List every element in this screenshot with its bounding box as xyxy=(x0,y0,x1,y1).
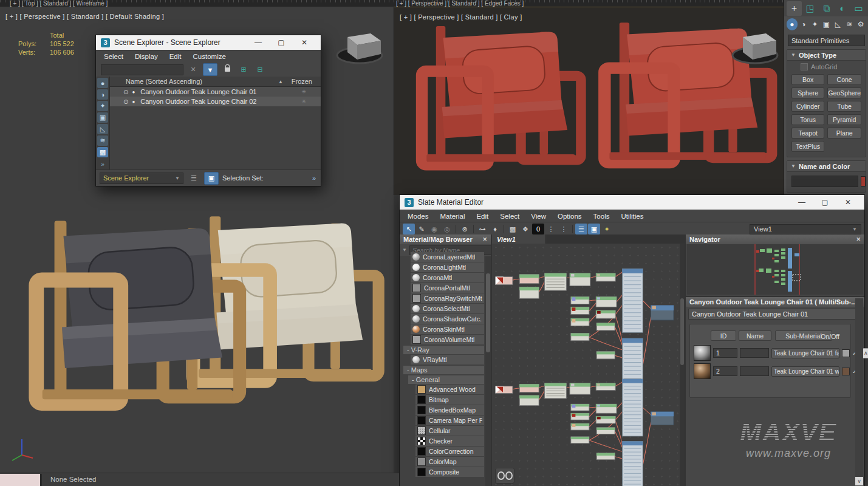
button-teapot[interactable]: Teapot xyxy=(791,128,824,139)
material-list-item[interactable]: CoronaShadowCatc.. xyxy=(411,314,484,324)
navigator-minimap[interactable] xyxy=(687,244,863,295)
menu-material[interactable]: Material xyxy=(440,213,465,220)
explorer-selector-dropdown[interactable]: Scene Explorer ▼ xyxy=(100,173,183,184)
submaterial-preview-sphere[interactable] xyxy=(694,345,711,361)
category-systems-icon[interactable]: ⚙ xyxy=(855,18,866,30)
map-list-item[interactable]: BlendedBoxMap xyxy=(415,405,484,415)
material-list-item[interactable]: CoronaLayeredMtl xyxy=(411,252,484,262)
button-tube[interactable]: Tube xyxy=(827,101,861,112)
browser-group-general[interactable]: - General xyxy=(408,375,484,384)
button-cone[interactable]: Cone xyxy=(827,74,861,85)
menu-tools[interactable]: Tools xyxy=(593,213,610,220)
filter-materials-icon[interactable]: ▩ xyxy=(97,147,108,157)
map-list-item[interactable]: Composite xyxy=(415,467,484,477)
submaterial-id[interactable]: 1 xyxy=(713,348,737,358)
show-checker-icon[interactable]: ❖ xyxy=(519,224,531,234)
category-lights-icon[interactable]: ✦ xyxy=(810,18,821,30)
node-view-scrollbar[interactable] xyxy=(680,244,685,486)
map-list-item[interactable]: Camera Map Per Pixel xyxy=(415,416,484,425)
viewport-perspective-clay[interactable]: [ + ] [ Perspective ] [ Standard ] [ Cla… xyxy=(394,7,784,195)
category-helpers-icon[interactable]: ◺ xyxy=(832,18,843,30)
map-list-item[interactable]: Bitmap xyxy=(415,395,484,405)
filter-geometry-icon[interactable]: ● xyxy=(97,78,108,88)
id-column-button[interactable]: ID xyxy=(711,330,736,341)
filter-icon[interactable]: ▼ xyxy=(203,63,217,76)
parameter-editor-toggle-icon[interactable]: ☰ xyxy=(575,224,587,234)
menu-select[interactable]: Select xyxy=(500,213,519,220)
submaterial-color-swatch[interactable] xyxy=(842,368,850,375)
button-torus[interactable]: Torus xyxy=(791,114,824,125)
close-button[interactable]: ✕ xyxy=(836,198,859,207)
parameter-panel-header[interactable]: Canyon Outdoor Teak Lounge Chair 01 ( Mu… xyxy=(686,297,864,307)
material-list-item[interactable]: CoronaVolumeMtl xyxy=(411,335,484,344)
parameter-scrollbar[interactable]: ∨ xyxy=(855,298,863,485)
menu-edit[interactable]: Edit xyxy=(476,213,488,220)
material-editor-titlebar[interactable]: 3 Slate Material Editor — ▢ ✕ xyxy=(400,195,864,210)
zero-maps-icon[interactable]: 0 xyxy=(532,224,544,234)
outgoing-wires-icon[interactable]: ⋮ xyxy=(558,224,570,234)
tab-modify[interactable]: ◳ xyxy=(803,1,818,16)
close-icon[interactable]: ✕ xyxy=(856,236,861,242)
submaterial-name-field[interactable] xyxy=(740,366,769,376)
category-shapes-icon[interactable]: ◑ xyxy=(798,18,809,30)
name-color-rollout-header[interactable]: ▼ Name and Color xyxy=(787,161,866,172)
category-cameras-icon[interactable]: ▣ xyxy=(821,18,832,30)
button-plane[interactable]: Plane xyxy=(827,128,861,139)
filter-helpers-icon[interactable]: ◺ xyxy=(97,124,108,134)
scene-explorer-titlebar[interactable]: 3 Scene Explorer - Scene Explorer — ▢ ✕ xyxy=(96,35,321,50)
render-preview-icon[interactable]: ✦ xyxy=(601,224,613,234)
browser-toggle-icon[interactable]: ▣ xyxy=(588,224,600,234)
object-type-rollout-header[interactable]: ▼ Object Type xyxy=(787,50,866,61)
map-list-item[interactable]: Advanced Wood xyxy=(415,385,484,394)
collapse-tree-icon[interactable]: ⊟ xyxy=(253,64,267,75)
name-column-header[interactable]: Name (Sorted Ascending) xyxy=(126,78,202,85)
view1-tab[interactable]: View1 xyxy=(492,234,546,244)
submaterial-name-field[interactable] xyxy=(740,348,769,358)
material-list-item[interactable]: CoronaMtl xyxy=(411,273,484,282)
frozen-column-header[interactable]: Frozen xyxy=(292,78,312,85)
viewport-label-edged-faces[interactable]: [ + ] [ Perspective ] [ Standard ] [ Edg… xyxy=(396,0,524,7)
put-to-library-icon[interactable]: ◎ xyxy=(441,224,453,234)
menu-options[interactable]: Options xyxy=(558,213,582,220)
close-button[interactable]: ✕ xyxy=(293,38,316,47)
layout-children-icon[interactable]: ♦ xyxy=(489,224,501,234)
tab-create[interactable]: ＋ xyxy=(787,1,802,16)
filter-cameras-icon[interactable]: ▣ xyxy=(97,112,108,123)
close-icon[interactable]: ✕ xyxy=(482,236,487,242)
filter-shapes-icon[interactable]: ◑ xyxy=(97,89,108,100)
browser-group-vray[interactable]: - V-Ray xyxy=(403,346,484,354)
viewcube[interactable] xyxy=(728,24,782,67)
submaterial-button[interactable]: Teak Lounge Chair 01 fabr xyxy=(771,348,839,358)
submaterial-preview-sphere[interactable] xyxy=(694,363,711,379)
select-tool-icon[interactable]: ↖ xyxy=(403,224,415,234)
show-background-icon[interactable]: ▩ xyxy=(507,224,519,234)
map-list-item[interactable]: ColorCorrection xyxy=(415,447,484,456)
material-list-item[interactable]: CoronaSelectMtl xyxy=(411,304,484,313)
map-list-item[interactable]: Cellular xyxy=(415,426,484,436)
submaterial-button[interactable]: Teak Lounge Chair 01 woo xyxy=(771,366,839,377)
object-name[interactable]: Canyon Outdoor Teak Lounge Chair 02 xyxy=(140,98,256,105)
visibility-eye-icon[interactable]: ⊙ xyxy=(123,89,128,95)
maximize-button[interactable]: ▢ xyxy=(270,38,293,47)
scene-object-row[interactable]: ⊙ ● Canyon Outdoor Teak Lounge Chair 02 … xyxy=(110,97,321,106)
node-graph-canvas[interactable] xyxy=(492,244,680,486)
viewport-label-top[interactable]: [ + ] [ Top ] [ Standard ] [ Wireframe ] xyxy=(10,0,108,7)
object-color-swatch[interactable] xyxy=(861,176,866,187)
button-pyramid[interactable]: Pyramid xyxy=(827,114,861,125)
maxscript-mini-listener[interactable] xyxy=(0,474,42,486)
primitive-category-dropdown[interactable]: Standard Primitives xyxy=(788,35,865,46)
scene-object-row[interactable]: ⊙ ● Canyon Outdoor Teak Lounge Chair 01 … xyxy=(110,87,321,97)
autogrid-checkbox[interactable] xyxy=(801,63,808,70)
filter-lights-icon[interactable]: ✦ xyxy=(97,101,108,111)
menu-modes[interactable]: Modes xyxy=(408,213,429,220)
object-name-field[interactable] xyxy=(791,176,858,187)
minimize-button[interactable]: — xyxy=(790,198,813,207)
viewport-label[interactable]: [ + ] [ Perspective ] [ Standard ] [ Def… xyxy=(5,13,164,20)
material-list-item[interactable]: VRayMtl xyxy=(411,355,484,364)
map-list-item[interactable]: ColorMap xyxy=(415,457,484,467)
pick-material-icon[interactable]: ✎ xyxy=(415,224,428,234)
pan-to-selection-icon[interactable] xyxy=(495,468,514,484)
material-list-item[interactable]: CoronaSkinMtl xyxy=(411,324,484,334)
list-column-header[interactable]: Name (Sorted Ascending) ▲ Frozen xyxy=(110,77,321,87)
search-input[interactable] xyxy=(101,64,183,75)
